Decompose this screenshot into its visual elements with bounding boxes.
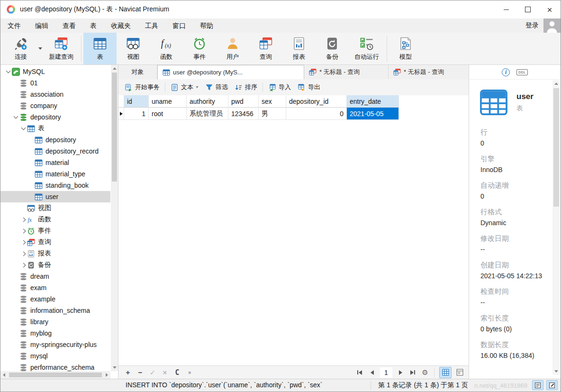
tree-item-mysql-connection[interactable]: MySQL [0,66,110,77]
login-button[interactable]: 登录 [525,21,539,30]
tab-query-1[interactable]: * 无标题 - 查询 [304,65,389,79]
column-header-pwd[interactable]: pwd [228,95,259,108]
toolbar-tables-button[interactable]: 表 [83,33,117,64]
menu-edit[interactable]: 编辑 [28,18,55,33]
table-toolbar-sort-button[interactable]: 排序 [231,81,261,93]
page-number[interactable]: 1 [380,367,392,378]
menu-file[interactable]: 文件 [0,18,28,33]
scroll-up-icon[interactable] [111,65,118,72]
tree-item-db-myblog[interactable]: myblog [0,328,110,339]
grid-view-button[interactable] [439,367,452,378]
table-toolbar-begin-transaction-button[interactable]: 开始事务 [121,81,163,93]
table-toolbar-text-button[interactable]: 文本 [167,81,202,93]
scrollbar-thumb[interactable] [9,373,102,377]
tree-vertical-scrollbar[interactable] [111,65,118,371]
cell-authority[interactable]: 系统管理员 [187,108,228,120]
tree-item-functions-folder[interactable]: fx函数 [0,214,110,225]
expander-open-icon[interactable] [12,116,19,118]
ddl-icon[interactable]: DDL [516,69,528,75]
table-toolbar-filter-button[interactable]: 筛选 [202,81,231,93]
tab-query-2[interactable]: * 无标题 - 查询 [389,65,469,79]
column-header-authority[interactable]: authority [187,95,228,108]
tree-item-db-01[interactable]: 01 [0,77,110,89]
toolbar-functions-button[interactable]: f(x)函数 [150,33,183,64]
toolbar-new-query-button[interactable]: 新建查询 [43,33,79,64]
menu-table[interactable]: 表 [83,18,104,33]
tree-item-db-library[interactable]: library [0,316,110,328]
column-header-depository_id[interactable]: depository_id [286,95,347,108]
tree-item-table-depository[interactable]: depository [0,134,110,146]
toolbar-backup-button[interactable]: 备份 [316,33,349,64]
info-icon[interactable]: i [502,68,510,76]
menu-tools[interactable]: 工具 [138,18,165,33]
close-button[interactable]: × [539,0,561,18]
form-view-button[interactable] [453,367,466,378]
scroll-down-icon[interactable] [552,368,560,375]
page-settings-button[interactable]: ⚙ [419,367,431,378]
first-page-button[interactable] [353,367,366,378]
scrollbar-thumb[interactable] [112,73,117,182]
prev-page-button[interactable] [366,367,378,378]
menu-window[interactable]: 窗口 [165,18,193,33]
expander-closed-icon[interactable] [19,229,27,233]
delete-record-button[interactable]: − [135,367,146,378]
tree-item-table-standing-book[interactable]: standing_book [0,180,110,191]
expander-closed-icon[interactable] [19,252,27,255]
tree-item-table-material-type[interactable]: material_type [0,168,110,180]
tree-item-db-information-schema[interactable]: information_schema [0,305,110,316]
tree-item-queries-folder[interactable]: 查询 [0,237,110,248]
toolbar-model-button[interactable]: 模型 [389,33,422,64]
toolbar-connection-button[interactable]: 连接 [4,33,37,64]
cell-entry_date[interactable]: 2021-05-05 [347,108,399,120]
tree-item-db-association[interactable]: association [0,89,110,100]
tree-item-table-depository-record[interactable]: depository_record [0,146,110,157]
tree-item-db-dream[interactable]: dream [0,271,110,282]
expander-closed-icon[interactable] [19,241,27,244]
tree-item-db-mysql[interactable]: mysql [0,350,110,362]
notes-view-button[interactable] [532,380,543,390]
column-header-entry_date[interactable]: entry_date [347,95,399,108]
tree-item-events-folder[interactable]: 事件 [0,225,110,237]
tree-item-db-my-springsecurity-plus[interactable]: my-springsecurity-plus [0,339,110,350]
tree-item-backup-folder[interactable]: 备份 [0,259,110,271]
table-toolbar-import-button[interactable]: 导入 [265,81,294,93]
next-page-button[interactable] [394,367,407,378]
column-header-uname[interactable]: uname [149,95,187,108]
scroll-right-icon[interactable] [103,372,110,379]
stop-button[interactable]: ■ [184,367,195,378]
tree-item-tables-folder[interactable]: 表 [0,123,110,134]
tree-horizontal-scrollbar[interactable] [0,371,110,379]
discard-changes-button[interactable]: × [159,367,171,378]
tree-item-db-company[interactable]: company [0,100,110,111]
last-page-button[interactable] [407,367,419,378]
expander-open-icon[interactable] [19,128,27,129]
toolbar-reports-button[interactable]: 报表 [282,33,316,64]
menu-view[interactable]: 查看 [55,18,83,33]
toolbar-queries-button[interactable]: 查询 [249,33,282,64]
memo-view-button[interactable] [546,380,558,390]
toolbar-events-button[interactable]: 事件 [183,33,216,64]
tree-item-reports-folder[interactable]: 报表 [0,248,110,259]
cell-depository_id[interactable]: 0 [286,108,347,120]
column-header-id[interactable]: id [124,95,149,108]
minimize-button[interactable] [495,0,517,18]
apply-changes-button[interactable]: ✓ [147,367,158,378]
scroll-down-icon[interactable] [111,364,118,371]
table-toolbar-export-button[interactable]: 导出 [294,81,324,93]
add-record-button[interactable]: + [122,367,134,378]
avatar[interactable] [543,18,561,33]
tab-table-user[interactable]: user @depository (MyS... [157,65,304,79]
expander-closed-icon[interactable] [19,218,27,221]
cell-uname[interactable]: root [149,108,187,120]
refresh-button[interactable]: C [172,367,183,378]
toolbar-automation-button[interactable]: 自动运行 [349,33,385,64]
cell-pwd[interactable]: 123456 [228,108,259,120]
scrollbar-thumb[interactable] [553,88,559,207]
tree-item-table-material[interactable]: material [0,157,110,168]
tree-item-db-depository[interactable]: depository [0,111,110,123]
menu-favorites[interactable]: 收藏夹 [104,18,138,33]
tree-item-table-user[interactable]: user [0,191,110,202]
menu-help[interactable]: 帮助 [193,18,220,33]
toolbar-views-button[interactable]: 视图 [117,33,150,64]
info-panel-scrollbar[interactable] [552,80,560,375]
